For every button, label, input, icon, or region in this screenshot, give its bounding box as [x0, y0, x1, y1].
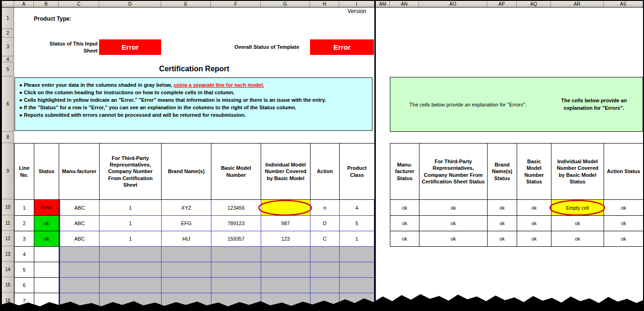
- status-cell-ok[interactable]: ok: [34, 231, 59, 247]
- status-cell-empty[interactable]: [34, 262, 59, 278]
- input-cell[interactable]: [59, 247, 100, 262]
- header-brand-names-status[interactable]: Brand Name(s) Status: [488, 144, 517, 200]
- header-individual-model-status[interactable]: Individual Model Number Covered by Basic…: [551, 144, 604, 200]
- status-value-cell[interactable]: ok: [390, 200, 419, 216]
- input-cell[interactable]: [59, 262, 100, 278]
- row-header-11[interactable]: 11: [2, 215, 14, 231]
- input-cell[interactable]: [310, 247, 340, 262]
- data-cell[interactable]: XYZ: [162, 200, 211, 216]
- data-cell[interactable]: n: [310, 200, 340, 216]
- status-cell-empty[interactable]: [34, 247, 59, 262]
- input-cell[interactable]: [162, 262, 211, 278]
- data-cell[interactable]: 2: [15, 216, 34, 231]
- input-cell[interactable]: [211, 262, 261, 278]
- column-header-a[interactable]: A: [14, 1, 34, 7]
- header-manufacturer[interactable]: Manu-facturer: [59, 144, 100, 200]
- data-cell[interactable]: 123: [261, 231, 310, 247]
- status-value-cell[interactable]: ok: [390, 231, 419, 247]
- row-header-13[interactable]: 13: [2, 246, 14, 262]
- header-company-number-status[interactable]: For Third-Party Representatives, Company…: [419, 144, 488, 200]
- input-cell[interactable]: [211, 247, 261, 262]
- row-header-8[interactable]: 8: [2, 132, 14, 143]
- data-cell[interactable]: 987: [261, 216, 310, 231]
- column-header-f[interactable]: F: [211, 1, 261, 7]
- input-cell[interactable]: [162, 293, 211, 309]
- data-cell[interactable]: 1: [100, 216, 162, 231]
- row-header-9[interactable]: 9: [2, 143, 14, 199]
- input-cell[interactable]: [100, 262, 162, 278]
- status-value-cell[interactable]: ok: [517, 231, 551, 247]
- input-cell[interactable]: [100, 278, 162, 293]
- column-header-ap[interactable]: AP: [487, 1, 517, 7]
- input-cell[interactable]: [261, 247, 310, 262]
- status-value-cell[interactable]: ok: [604, 231, 644, 247]
- header-company-number[interactable]: For Third-Party Representatives, Company…: [100, 144, 162, 200]
- column-header-ar[interactable]: AR: [551, 1, 604, 7]
- data-cell[interactable]: HIJ: [162, 231, 211, 247]
- column-header-aq[interactable]: AQ: [517, 1, 551, 7]
- input-cell[interactable]: [100, 247, 162, 262]
- status-cell-empty[interactable]: [34, 293, 59, 309]
- header-line-no[interactable]: Line No.: [15, 144, 34, 200]
- column-header-i[interactable]: I: [339, 1, 374, 7]
- status-value-cell[interactable]: ok: [419, 200, 488, 216]
- data-cell[interactable]: ABC: [59, 216, 100, 231]
- input-cell[interactable]: [340, 247, 375, 262]
- status-value-cell[interactable]: ok: [551, 231, 604, 247]
- status-value-cell[interactable]: ok: [390, 216, 419, 231]
- data-cell[interactable]: 3: [15, 231, 34, 247]
- row-header-2[interactable]: 2: [2, 29, 14, 38]
- status-value-cell[interactable]: ok: [419, 216, 488, 231]
- row-header-15[interactable]: 15: [2, 277, 14, 293]
- column-header-am[interactable]: AM: [376, 1, 390, 7]
- input-cell[interactable]: [100, 293, 162, 309]
- data-cell[interactable]: 4: [340, 200, 375, 216]
- data-cell[interactable]: 5: [15, 262, 34, 278]
- input-cell[interactable]: [59, 293, 100, 309]
- data-cell[interactable]: 1: [100, 231, 162, 247]
- data-cell[interactable]: ABC: [59, 231, 100, 247]
- input-cell[interactable]: [310, 293, 340, 309]
- status-value-cell[interactable]: ok: [488, 231, 517, 247]
- column-header-h[interactable]: H: [310, 1, 339, 7]
- header-brand-names[interactable]: Brand Name(s): [162, 144, 211, 200]
- status-cell-error[interactable]: Error: [34, 200, 59, 216]
- column-header-b[interactable]: B: [34, 1, 59, 7]
- instruction-separate-line-link[interactable]: using a separate line for each model.: [173, 82, 264, 88]
- input-cell[interactable]: [340, 293, 375, 309]
- data-cell[interactable]: 1: [340, 231, 375, 247]
- column-header-e[interactable]: E: [161, 1, 211, 7]
- row-header-4[interactable]: 4: [2, 56, 14, 62]
- status-value-cell[interactable]: ok: [517, 200, 551, 216]
- header-individual-model-number[interactable]: Individual Model Number Covered by Basic…: [261, 144, 310, 200]
- header-manufacturer-status[interactable]: Manu-facturer Status: [390, 144, 419, 200]
- status-value-cell[interactable]: ok: [604, 200, 644, 216]
- input-cell[interactable]: [340, 262, 375, 278]
- header-status[interactable]: Status: [34, 144, 59, 200]
- highlighted-empty-cell-status[interactable]: Empty cell: [551, 200, 604, 216]
- status-value-cell[interactable]: ok: [488, 200, 517, 216]
- input-cell[interactable]: [162, 247, 211, 262]
- highlighted-empty-model-cell[interactable]: [261, 200, 310, 216]
- data-cell[interactable]: 4: [15, 247, 34, 262]
- data-cell[interactable]: D: [310, 216, 340, 231]
- input-cell[interactable]: [162, 278, 211, 293]
- input-cell[interactable]: [261, 293, 310, 309]
- data-cell[interactable]: C: [310, 231, 340, 247]
- data-cell[interactable]: 5: [340, 216, 375, 231]
- column-header-an[interactable]: AN: [390, 1, 419, 7]
- header-action[interactable]: Action: [310, 144, 340, 200]
- row-header-16[interactable]: 16: [2, 293, 14, 308]
- data-cell[interactable]: 1: [15, 200, 34, 216]
- data-cell[interactable]: 6: [15, 278, 34, 293]
- data-cell[interactable]: ABC: [59, 200, 100, 216]
- column-header-g[interactable]: G: [261, 1, 310, 7]
- column-header-ao[interactable]: AO: [419, 1, 487, 7]
- select-all-corner[interactable]: [2, 1, 14, 7]
- column-header-as[interactable]: AS: [604, 1, 643, 7]
- status-cell-empty[interactable]: [34, 278, 59, 293]
- input-cell[interactable]: [261, 262, 310, 278]
- row-header-3[interactable]: 3: [2, 38, 14, 56]
- input-cell[interactable]: [211, 278, 261, 293]
- status-cell-ok[interactable]: ok: [34, 216, 59, 231]
